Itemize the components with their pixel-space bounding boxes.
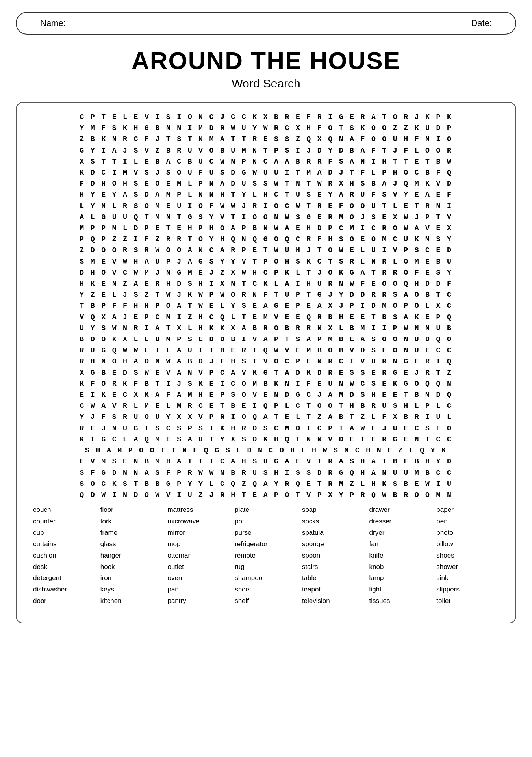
word-item: hook	[100, 562, 163, 573]
grid-row: X G B E D S W E V A N V P C A V K G T A …	[24, 367, 508, 378]
word-item: curtains	[33, 539, 96, 550]
word-item: mattress	[167, 504, 230, 516]
word-list-grid: couchcountercupcurtainscushiondeskdeterg…	[31, 504, 501, 607]
grid-row: B O O K X L L B M P S E D D B I V A P T …	[24, 334, 508, 345]
puzzle-container: C P T E L E V I S I O N C J C C K X B R …	[16, 102, 516, 623]
word-item: shampoo	[235, 573, 297, 584]
word-item: detergent	[33, 573, 96, 584]
word-item: frame	[100, 527, 163, 539]
word-item: fork	[100, 516, 163, 527]
grid-row: A L G U U Q T M N T G S Y V T I O O N W …	[24, 212, 508, 223]
date-label: Date:	[471, 18, 492, 28]
word-item: knife	[369, 550, 432, 562]
grid-row: Z D O O R S R W O O A N C A R P E T W U …	[24, 245, 508, 256]
grid-row: S H A M P O O T T N F Q G S L D N C O H …	[24, 445, 508, 456]
subtitle: Word Search	[16, 77, 516, 90]
word-item: paper	[436, 504, 499, 516]
grid-row: Q D W I N D O W V I U Z J R H T E A P O …	[24, 489, 508, 500]
grid-row: E I K E C X K A F A M H E P S O V E N D …	[24, 389, 508, 400]
word-item: purse	[235, 527, 297, 539]
word-item: door	[33, 595, 96, 607]
word-column-3: platepotpurserefrigeratorremoterugshampo…	[232, 504, 300, 607]
word-item: television	[302, 595, 365, 607]
grid-row: S O C K S T B B G P Y Y L C Q Z Q A Y R …	[24, 478, 508, 489]
word-item: remote	[235, 550, 297, 562]
word-item: outlet	[167, 562, 230, 573]
main-title: Around The House	[16, 46, 516, 74]
grid-row: D H O V C W M J N G M E J Z X W H C P K …	[24, 267, 508, 278]
word-item: mirror	[167, 527, 230, 539]
grid-row: Z B K N R C F J T S T N M A T T R E S S …	[24, 134, 508, 145]
word-item: shelf	[235, 595, 297, 607]
word-item: fan	[369, 539, 432, 550]
word-column-2: mattressmicrowavemirrormopottomanoutleto…	[165, 504, 232, 607]
word-item: sink	[436, 573, 499, 584]
word-item: sponge	[302, 539, 365, 550]
word-list-section: couchcountercupcurtainscushiondeskdeterg…	[24, 500, 508, 611]
word-item: cup	[33, 527, 96, 539]
grid-row: H Y E Y A S D A M P L N N H T Y L H C T …	[24, 189, 508, 200]
grid-row: Y Z E L J S Z T W J K W P W O R N F T U …	[24, 289, 508, 300]
word-item: dishwasher	[33, 584, 96, 595]
word-item: lamp	[369, 573, 432, 584]
word-item: pillow	[436, 539, 499, 550]
grid-row: V Q X A J E P C M I Z H C Q L T E M V E …	[24, 312, 508, 323]
grid-row: L Y N L R S O M E U I O F W W J R I O C …	[24, 201, 508, 212]
word-item: microwave	[167, 516, 230, 527]
word-item: floor	[100, 504, 163, 516]
grid-row: H K E N Z A E R H D S H I X N T C K L A …	[24, 278, 508, 289]
word-item: knob	[369, 562, 432, 573]
word-item: light	[369, 584, 432, 595]
grid-row: S M E V W H A U P J A G S Y Y V T P O H …	[24, 256, 508, 267]
word-item: counter	[33, 516, 96, 527]
word-item: mop	[167, 539, 230, 550]
word-item: slippers	[436, 584, 499, 595]
word-item: iron	[100, 573, 163, 584]
grid-row: R E J N U G T S C S P S I K H R O S C M …	[24, 423, 508, 434]
word-item: refrigerator	[235, 539, 297, 550]
word-item: tissues	[369, 595, 432, 607]
word-column-0: couchcountercupcurtainscushiondeskdeterg…	[31, 504, 98, 607]
word-item: keys	[100, 584, 163, 595]
grid-row: S F G D N N A S F P R W W N B R U S H I …	[24, 467, 508, 478]
word-column-6: paperpenphotopillowshoesshowersinkslippe…	[434, 504, 501, 607]
word-item: kitchen	[100, 595, 163, 607]
grid-row: C W A V R L M E L M R C E T B E I Q P L …	[24, 400, 508, 411]
grid-row: F D H O H S E O E M L P N A D U S S W T …	[24, 178, 508, 189]
word-item: rug	[235, 562, 297, 573]
word-column-5: drawerdresserdryerfanknifeknoblamplightt…	[367, 504, 434, 607]
word-item: pantry	[167, 595, 230, 607]
grid-row: C P T E L E V I S I O N C J C C K X B R …	[24, 112, 508, 123]
word-item: socks	[302, 516, 365, 527]
word-item: toilet	[436, 595, 499, 607]
word-item: glass	[100, 539, 163, 550]
word-item: stairs	[302, 562, 365, 573]
word-item: hanger	[100, 550, 163, 562]
word-item: pan	[167, 584, 230, 595]
grid-row: R U G Q W W L I L A U I T B E R T Q W V …	[24, 345, 508, 356]
word-item: couch	[33, 504, 96, 516]
word-item: pen	[436, 516, 499, 527]
word-item: pot	[235, 516, 297, 527]
grid-row: K D C I M V S J S O U F U S D G W U U I …	[24, 167, 508, 178]
name-label: Name:	[40, 18, 66, 28]
word-item: plate	[235, 504, 297, 516]
grid-row: X S T T I L E B A C B U C W N P N C A A …	[24, 156, 508, 167]
name-date-bar: Name: Date:	[16, 12, 516, 35]
grid-row: K I G C L A Q M E S A U T Y X S O K H Q …	[24, 434, 508, 445]
grid-row: U Y S W N R I A T X L H K K X A B R O B …	[24, 323, 508, 334]
grid-row: M P P M L D P E T E H P H O A P B N W A …	[24, 223, 508, 234]
word-item: shoes	[436, 550, 499, 562]
word-item: drawer	[369, 504, 432, 516]
word-item: cushion	[33, 550, 96, 562]
grid-row: Y M F S K H G B N N I M D R W U Y W R C …	[24, 123, 508, 134]
word-item: sheet	[235, 584, 297, 595]
grid-row: P Q P Z Z I F Z R R T O Y H Q N Q G O Q …	[24, 234, 508, 245]
word-item: oven	[167, 573, 230, 584]
grid-row: G Y I A J S V Z B R U V O B U M N T P S …	[24, 145, 508, 156]
word-item: dresser	[369, 516, 432, 527]
word-item: table	[302, 573, 365, 584]
grid-row: Y J F S R U O U Y X X V P R I O Q A T E …	[24, 411, 508, 422]
grid-row: R H N O H A O N W A B D J F H S T V O C …	[24, 356, 508, 367]
word-item: dryer	[369, 527, 432, 539]
